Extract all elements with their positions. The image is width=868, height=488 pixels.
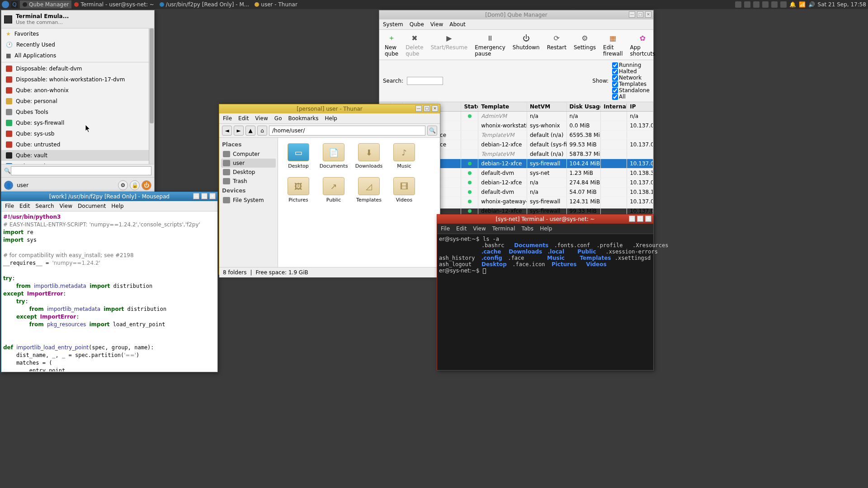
thunar-icon-view[interactable]: ▭Desktop📄Documents⬇Downloads♪Music🖼Pictu… [278, 138, 440, 267]
appmenu-qube-item[interactable]: Qubes Tools [1, 107, 149, 117]
appmenu-scrollbar[interactable] [149, 28, 154, 164]
menu-item[interactable]: Bookmarks [288, 115, 318, 122]
appmenu-qube-item[interactable]: Qube: vault [1, 150, 149, 161]
menu-item[interactable]: About [449, 21, 465, 28]
menu-item[interactable]: View [60, 203, 72, 209]
tray-icon[interactable] [744, 1, 750, 8]
folder-documents[interactable]: 📄Documents [319, 143, 349, 169]
column-header[interactable]: NetVM [527, 102, 567, 111]
toolbar-emergency-pause-button[interactable]: ⏸Emergency pause [471, 32, 509, 58]
qube-manager-titlebar[interactable]: [Dom0] Qube Manager — □ ✕ [379, 10, 653, 19]
tray-icon[interactable] [780, 1, 787, 8]
menu-item[interactable]: System [383, 21, 403, 28]
appmenu-category[interactable]: ★Favorites [1, 28, 149, 39]
terminal-content[interactable]: er@sys-net:~$ ls -a .bashrc Documents .f… [437, 234, 653, 276]
place-trash[interactable]: Trash [221, 177, 276, 186]
place-user[interactable]: user [221, 159, 276, 168]
menu-item[interactable]: Edit [19, 203, 30, 209]
menu-item[interactable]: View [430, 21, 443, 28]
tray-icon[interactable] [771, 1, 778, 8]
taskbar-item[interactable]: /usr/bin/f2py [Read Only] - M... [157, 0, 252, 9]
folder-pictures[interactable]: 🖼Pictures [283, 177, 313, 203]
close-button[interactable]: ✕ [645, 11, 651, 18]
tray-icon[interactable] [762, 1, 769, 8]
appmenu-search-input[interactable] [11, 166, 151, 175]
taskbar-item[interactable]: Qube Manager [20, 0, 71, 9]
qubes-menu-button[interactable] [2, 1, 9, 8]
appmenu-category[interactable]: ▦All Applications [1, 50, 149, 61]
column-header[interactable]: Template [478, 102, 527, 111]
minimize-button[interactable]: — [415, 105, 422, 112]
menu-item[interactable]: File [223, 115, 232, 122]
close-button[interactable]: ✕ [432, 105, 438, 112]
toolbar-new-qube-button[interactable]: ＋New qube [381, 32, 402, 58]
thunar-titlebar[interactable]: [personal] user - Thunar — □ ✕ [219, 104, 440, 113]
editor-content[interactable]: #!/usr/bin/python3 # EASY-INSTALL-ENTRY-… [1, 211, 217, 371]
menu-item[interactable]: Terminal [492, 225, 515, 232]
folder-videos[interactable]: 🎞Videos [389, 177, 419, 203]
menu-item[interactable]: Edit [456, 225, 467, 232]
user-avatar-icon[interactable]: 👤 [4, 181, 13, 190]
menu-item[interactable]: File [5, 203, 14, 209]
menu-item[interactable]: Help [540, 225, 552, 232]
maximize-button[interactable]: □ [637, 216, 643, 222]
column-header[interactable]: State [461, 102, 478, 111]
appmenu-qube-item[interactable]: Disposable: whonix-workstation-17-dvm [1, 74, 149, 85]
path-input[interactable] [269, 126, 425, 136]
notifications-icon[interactable]: 🔔 [789, 1, 796, 8]
filter-running-checkbox[interactable] [612, 62, 618, 68]
menu-item[interactable]: Help [325, 115, 337, 122]
minimize-button[interactable]: — [629, 216, 635, 222]
tray-icon[interactable] [735, 1, 741, 8]
close-button[interactable]: ✕ [645, 216, 651, 222]
folder-music[interactable]: ♪Music [389, 143, 419, 169]
taskbar-item[interactable]: Terminal - user@sys-net: ~ [71, 0, 156, 9]
nav-up-button[interactable]: ▲ [245, 126, 255, 136]
toolbar-app-shortcuts-button[interactable]: ✿App shortcuts [627, 32, 659, 58]
qube-search-input[interactable] [407, 77, 443, 85]
appmenu-qube-item[interactable]: Qube: sys-usb [1, 128, 149, 139]
volume-icon[interactable]: 🔊 [808, 1, 815, 8]
filter-templates-checkbox[interactable] [612, 81, 618, 87]
appmenu-qube-item[interactable]: Qube: work [1, 161, 149, 164]
clock[interactable]: Sat 21 Sep, 17:58 [818, 1, 866, 8]
toolbar-settings-button[interactable]: ⚙Settings [570, 32, 599, 58]
column-header[interactable]: Internal [601, 102, 627, 111]
appmenu-qube-item[interactable]: Qube: sys-firewall [1, 117, 149, 128]
close-button[interactable]: ✕ [209, 193, 216, 199]
mousepad-titlebar[interactable]: [work] /usr/bin/f2py [Read Only] - Mouse… [1, 192, 217, 201]
nav-search-button[interactable]: 🔍 [427, 126, 437, 136]
nav-home-button[interactable]: ⌂ [257, 126, 267, 136]
menu-item[interactable]: View [473, 225, 486, 232]
menu-item[interactable]: Edit [238, 115, 249, 122]
column-header[interactable]: Disk Usage [567, 102, 601, 111]
menu-item[interactable]: File [441, 225, 450, 232]
folder-downloads[interactable]: ⬇Downloads [354, 143, 384, 169]
toolbar-restart-button[interactable]: ⟳Restart [543, 32, 570, 58]
appmenu-qube-item[interactable]: Disposable: default-dvm [1, 63, 149, 74]
menu-item[interactable]: Tabs [522, 225, 534, 232]
place-desktop[interactable]: Desktop [221, 168, 276, 177]
appmenu-category[interactable]: 🕐Recently Used [1, 39, 149, 50]
menu-item[interactable]: Go [274, 115, 282, 122]
maximize-button[interactable]: □ [201, 193, 208, 199]
appmenu-qube-item[interactable]: Qube: anon-whonix [1, 85, 149, 96]
menu-item[interactable]: Help [111, 203, 123, 209]
folder-templates[interactable]: ◿Templates [354, 177, 384, 203]
appmenu-qube-item[interactable]: Qube: personal [1, 96, 149, 107]
maximize-button[interactable]: □ [637, 11, 643, 18]
tray-icon[interactable] [753, 1, 760, 8]
filter-halted-checkbox[interactable] [612, 69, 618, 75]
nav-forward-button[interactable]: ► [234, 126, 244, 136]
menu-item[interactable]: Qube [410, 21, 424, 28]
minimize-button[interactable]: — [193, 193, 199, 199]
device-item[interactable]: File System [221, 196, 276, 205]
place-computer[interactable]: Computer [221, 150, 276, 159]
toolbar-edit-firewall-button[interactable]: ▦Edit firewall [599, 32, 626, 58]
scrollbar-thumb[interactable] [150, 28, 154, 123]
appmenu-qube-item[interactable]: Qube: untrusted [1, 139, 149, 150]
nav-back-button[interactable]: ◄ [222, 126, 232, 136]
settings-button[interactable]: ⚙ [118, 180, 128, 190]
minimize-button[interactable]: — [629, 11, 635, 18]
folder-desktop[interactable]: ▭Desktop [283, 143, 313, 169]
